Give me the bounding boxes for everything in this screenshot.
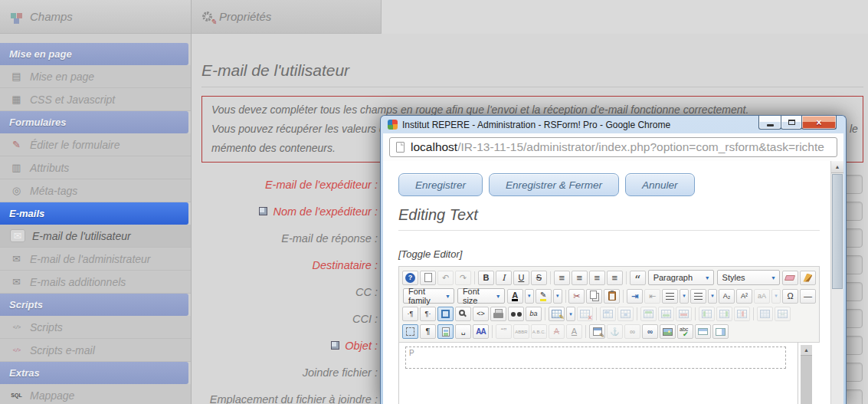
redo-icon[interactable]: ↷ [455, 271, 471, 285]
insert-attributes-icon[interactable] [589, 324, 605, 339]
sidebar-item-meta-tags[interactable]: ◎ Méta-tags [0, 179, 191, 202]
case-change-menu-arrow[interactable]: ▼ [771, 289, 781, 304]
tab-proprietes[interactable]: Propriétés [192, 0, 382, 34]
preview-icon[interactable] [455, 307, 471, 321]
visual-chars-icon[interactable]: ¶ [420, 324, 436, 339]
nonbreaking-icon[interactable]: ␣ [455, 324, 471, 339]
scroll-up-icon[interactable]: ▲ [831, 161, 843, 173]
citation-icon[interactable]: “” [496, 324, 512, 339]
unlink-icon[interactable]: ∞ [624, 324, 640, 339]
font-size-dropdown[interactable]: Font size▼ [457, 288, 505, 304]
source-code-icon[interactable]: <> [473, 307, 489, 321]
sidebar-item-mise-en-page[interactable]: ▤ Mise en page [0, 65, 191, 88]
italic-icon[interactable]: I [496, 271, 512, 285]
layers-icon[interactable] [695, 324, 711, 339]
editor-scrollbar[interactable]: ▲ [801, 345, 812, 404]
highlight-color-menu-arrow[interactable]: ▼ [553, 289, 562, 304]
strikethrough-icon[interactable]: S [531, 271, 547, 285]
text-color-menu-arrow[interactable]: ▼ [525, 289, 534, 304]
scrollbar-thumb[interactable] [832, 174, 843, 289]
numbered-list-menu-arrow[interactable]: ▼ [680, 289, 689, 304]
paste-icon[interactable] [604, 289, 620, 304]
special-character-icon[interactable]: Ω [782, 289, 798, 304]
font-family-dropdown[interactable]: Font family▼ [403, 288, 454, 304]
sidebar-item-email-administrateur[interactable]: ✉ E-mail de l'administrateur [0, 248, 191, 271]
delete-column-icon[interactable] [734, 307, 750, 321]
sidebar-section-formulaires[interactable]: Formulaires [0, 111, 188, 133]
sidebar-item-editer-formulaire[interactable]: ✎ Éditer le formulaire [0, 133, 191, 156]
template-icon[interactable] [437, 324, 454, 339]
sidebar-item-scripts[interactable]: </> Scripts [0, 316, 191, 339]
acronym-icon[interactable]: A.B.C. [531, 324, 547, 339]
highlight-color-icon[interactable]: ✎ [536, 289, 552, 304]
cut-icon[interactable]: ✂ [568, 289, 585, 304]
empty-paragraph-block[interactable]: P [405, 347, 786, 369]
indent-icon[interactable]: ⇥ [627, 289, 643, 304]
sidebar-item-css-javascript[interactable]: ▦ CSS et Javascript [0, 88, 191, 111]
styles-dropdown[interactable]: Styles▼ [717, 270, 780, 285]
abbreviation-icon[interactable]: ABBR [513, 324, 529, 339]
delete-row-icon[interactable] [676, 307, 692, 321]
blockquote-icon[interactable]: “ [630, 271, 646, 285]
align-right-icon[interactable]: ≡ [589, 271, 605, 285]
copy-icon[interactable] [586, 289, 602, 304]
row-properties-icon[interactable] [600, 307, 616, 321]
sidebar-item-emails-additionnels[interactable]: ✉ E-mails additionnels [0, 271, 191, 294]
insert-column-before-icon[interactable] [699, 307, 715, 321]
sidebar-item-email-utilisateur[interactable]: ✉ E-mail de l'utilisateur [0, 225, 191, 248]
address-bar[interactable]: localhost/IR-13-11-15/administrator/inde… [389, 137, 837, 157]
inserted-text-icon[interactable]: A [566, 324, 582, 339]
cell-properties-icon[interactable] [617, 307, 634, 321]
sidebar-item-champs[interactable]: Champs [0, 0, 191, 34]
bold-icon[interactable]: B [478, 271, 494, 285]
new-document-icon[interactable] [420, 271, 436, 285]
sidebar-item-mappage[interactable]: SQL Mappage [0, 384, 191, 404]
ltr-icon[interactable]: ·¶ [402, 307, 418, 321]
find-icon[interactable] [508, 307, 524, 321]
paragraph-dropdown[interactable]: Paragraph▼ [648, 270, 714, 285]
insert-row-after-icon[interactable] [658, 307, 674, 321]
insert-column-after-icon[interactable] [716, 307, 732, 321]
rtl-icon[interactable]: ¶· [420, 307, 436, 321]
anchor-icon[interactable]: ⚓ [607, 324, 623, 339]
editor-scroll-up-icon[interactable]: ▲ [801, 345, 812, 356]
image-icon[interactable] [660, 324, 676, 339]
deleted-text-icon[interactable]: A [549, 324, 565, 339]
superscript-icon[interactable]: A² [736, 289, 752, 304]
quick-add-icon[interactable] [259, 207, 267, 215]
horizontal-rule-icon[interactable]: — [800, 289, 816, 304]
fullscreen-icon[interactable] [437, 307, 454, 321]
undo-icon[interactable]: ↶ [437, 271, 454, 285]
minimize-button[interactable] [758, 116, 781, 130]
split-cells-icon[interactable] [757, 307, 773, 321]
maximize-button[interactable] [781, 116, 802, 130]
cancel-button[interactable]: Annuler [625, 173, 695, 196]
case-change-icon[interactable]: aA [754, 289, 770, 304]
insert-table-menu-arrow[interactable]: ▼ [566, 307, 575, 321]
save-close-button[interactable]: Enregistrer & Fermer [489, 173, 619, 196]
sidebar-section-extras[interactable]: Extras [0, 362, 188, 384]
subscript-icon[interactable]: A₂ [719, 289, 735, 304]
link-icon[interactable]: ∞ [642, 324, 658, 339]
close-button[interactable]: × [801, 116, 837, 130]
align-justify-icon[interactable]: ≡ [607, 271, 623, 285]
delete-table-icon[interactable] [577, 307, 593, 321]
sidebar-section-mise-en-page[interactable]: Mise en page [0, 43, 188, 65]
underline-icon[interactable]: U [513, 271, 529, 285]
insert-table-icon[interactable] [549, 307, 565, 321]
merge-cells-icon[interactable] [775, 307, 791, 321]
window-scrollbar[interactable]: ▲ [830, 161, 843, 404]
sidebar-item-scripts-email[interactable]: </> Scripts e-mail [0, 339, 191, 362]
sidebar-item-attributs[interactable]: ▥ Attributs [0, 156, 191, 179]
style-props-icon[interactable]: AA [473, 324, 489, 339]
outdent-icon[interactable]: ⇤ [644, 289, 660, 304]
align-left-icon[interactable]: ≡ [554, 271, 570, 285]
sidebar-section-emails[interactable]: E-mails [0, 202, 188, 225]
spellcheck-icon[interactable] [677, 324, 693, 339]
sidebar-section-scripts[interactable]: Scripts [0, 294, 188, 316]
align-center-icon[interactable]: ≡ [572, 271, 588, 285]
find-replace-icon[interactable]: ba [526, 307, 542, 321]
visual-guidelines-icon[interactable] [402, 324, 418, 339]
save-button[interactable]: Enregistrer [398, 173, 483, 196]
cleanup-icon[interactable] [800, 271, 816, 285]
